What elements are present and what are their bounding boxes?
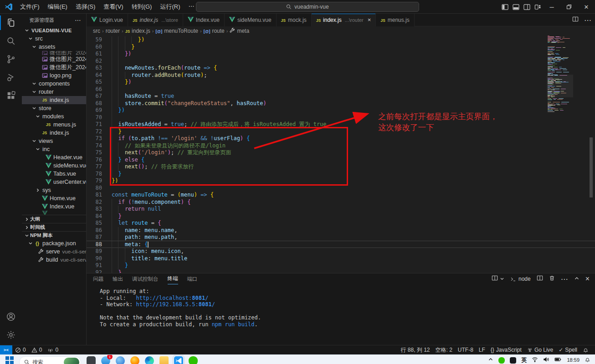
tab-Index.vue[interactable]: Index.vue: [183, 14, 225, 26]
terminal-link[interactable]: npm run build: [212, 321, 255, 328]
go-live[interactable]: Go Live: [524, 345, 556, 355]
tree-item-6[interactable]: logo.png: [22, 71, 86, 80]
tab-close-icon[interactable]: ×: [368, 16, 371, 23]
tab-menus.js[interactable]: JSmenus.js: [376, 14, 414, 26]
extensions-icon[interactable]: [0, 86, 22, 105]
breadcrumb-index.js[interactable]: JSindex.js: [125, 28, 150, 34]
tree-item-17[interactable]: sideMenu.vue: [22, 162, 86, 170]
taskbar-bell-icon[interactable]: [585, 357, 590, 364]
minimap[interactable]: [547, 35, 573, 116]
file-explorer-taskbar-icon[interactable]: [159, 356, 169, 364]
tree-item-21[interactable]: Home.vue: [22, 194, 86, 202]
error-status[interactable]: 0: [12, 345, 29, 355]
minimap-slider[interactable]: [547, 75, 573, 97]
tree-item-13[interactable]: JSindex.js: [22, 129, 86, 137]
tree-item-20[interactable]: sys: [22, 186, 86, 194]
menu-0[interactable]: 文件(F): [16, 1, 43, 12]
terminal-link[interactable]: http://localhost:: [136, 295, 192, 301]
command-center-search[interactable]: vueadmin-vue: [196, 2, 419, 12]
tree-item-3[interactable]: 微信图片_2024012...: [22, 51, 86, 55]
trash-icon[interactable]: [549, 275, 555, 283]
tree-item-9[interactable]: JSindex.js: [22, 96, 86, 104]
tree-item-7[interactable]: components: [22, 80, 86, 88]
wechat-taskbar-icon[interactable]: [189, 356, 198, 364]
terminal-link[interactable]: /: [205, 295, 208, 301]
more-actions-icon[interactable]: ⋯: [584, 16, 591, 25]
spell[interactable]: ✓Spell: [556, 345, 580, 355]
panel-tab-问题[interactable]: 问题: [93, 273, 103, 284]
tab-index.js[interactable]: JSindex.js...\store: [128, 14, 183, 26]
terminal-link[interactable]: 8081: [192, 295, 205, 301]
panel-tab-调试控制台[interactable]: 调试控制台: [132, 273, 159, 284]
language-mode[interactable]: {}JavaScript: [488, 345, 524, 355]
editor-scrollbar[interactable]: [590, 137, 593, 197]
app-drop-taskbar-icon[interactable]: 1: [101, 356, 110, 364]
tree-item-19[interactable]: userCenter.vue: [22, 178, 86, 186]
tree-item-18[interactable]: Tabs.vue: [22, 170, 86, 178]
vscode-taskbar-icon[interactable]: [174, 356, 183, 364]
terminal-instance[interactable]: node: [510, 276, 531, 282]
notifications[interactable]: [580, 345, 591, 355]
app-blue-taskbar-icon[interactable]: [116, 356, 125, 364]
ime-indicator[interactable]: 英: [521, 356, 527, 364]
tree-item-23[interactable]: [22, 211, 86, 215]
menu-2[interactable]: 选择(S): [72, 1, 99, 12]
sidebar-section-26[interactable]: NPM 脚本: [22, 231, 86, 239]
customize-layout-icon[interactable]: [532, 0, 543, 14]
indentation[interactable]: 空格: 2: [432, 345, 455, 355]
tree-item-2[interactable]: assets: [22, 43, 86, 51]
tab-index.js[interactable]: JSindex.js...\router×: [312, 14, 376, 26]
panel-tab-终端[interactable]: 终端: [168, 273, 178, 284]
tree-item-27[interactable]: {}package.json: [22, 239, 86, 248]
tree-item-15[interactable]: inc: [22, 145, 86, 153]
tray-chevron-icon[interactable]: [488, 357, 493, 364]
tree-item-5[interactable]: 微信图片_202401282...: [22, 63, 86, 71]
terminal-link[interactable]: /: [212, 301, 215, 308]
cursor-position[interactable]: 行 88, 列 12: [398, 345, 432, 355]
tree-item-14[interactable]: views: [22, 137, 86, 145]
tree-item-8[interactable]: router: [22, 88, 86, 96]
encoding[interactable]: UTF-8: [455, 345, 476, 355]
menu-1[interactable]: 编辑(E): [44, 1, 71, 12]
tree-item-22[interactable]: Index.vue: [22, 202, 86, 211]
toggle-panel-icon[interactable]: [510, 0, 521, 14]
sidebar-section-25[interactable]: 时间线: [22, 223, 86, 231]
menu-3[interactable]: 查看(V): [100, 1, 127, 12]
warning-status[interactable]: 0: [29, 345, 45, 355]
eol[interactable]: LF: [476, 345, 488, 355]
search-icon[interactable]: [0, 32, 22, 50]
terminal-link[interactable]: http://192.168.5.5:: [136, 301, 198, 308]
firefox-taskbar-icon[interactable]: [130, 356, 139, 364]
breadcrumb-route[interactable]: [@]route: [204, 28, 225, 34]
tree-item-11[interactable]: modules: [22, 112, 86, 121]
tray-wechat-icon[interactable]: [498, 357, 505, 364]
edge-taskbar-icon[interactable]: [145, 356, 154, 364]
split-panel-icon[interactable]: [537, 275, 543, 283]
tree-item-16[interactable]: Header.vue: [22, 153, 86, 162]
breadcrumb-meta[interactable]: meta: [230, 28, 249, 35]
tree-item-10[interactable]: store: [22, 104, 86, 112]
tree-item-29[interactable]: buildvue-cli-servi...: [22, 256, 86, 264]
terminal-link[interactable]: 8081: [199, 301, 212, 308]
breadcrumb-menuToRoute[interactable]: [@]menuToRoute: [155, 28, 198, 34]
tree-item-1[interactable]: src: [22, 35, 86, 43]
code-editor[interactable]: 59})60}61})6263newRoutes.forEach(route =…: [87, 35, 595, 273]
restore-button[interactable]: [560, 0, 578, 14]
account-icon[interactable]: [0, 308, 22, 326]
split-editor-icon[interactable]: [572, 16, 579, 24]
split-terminal-dropdown-icon[interactable]: [492, 275, 504, 283]
clock[interactable]: 18:59: [567, 358, 580, 363]
panel-more-icon[interactable]: ⋯: [561, 275, 568, 283]
source-control-icon[interactable]: [0, 50, 22, 68]
breadcrumb-src[interactable]: src: [93, 28, 100, 34]
sidebar-more-icon[interactable]: ⋯: [75, 16, 82, 24]
panel-maximize-icon[interactable]: [574, 275, 580, 283]
tree-item-28[interactable]: servevue-cli-servi...: [22, 248, 86, 256]
battery-icon[interactable]: [554, 357, 562, 364]
tree-item-12[interactable]: JSmenus.js: [22, 121, 86, 129]
sidebar-section-24[interactable]: 大纲: [22, 215, 86, 223]
ports-status[interactable]: 0: [45, 345, 61, 355]
menu-5[interactable]: 运行(R): [156, 1, 184, 12]
start-button[interactable]: [5, 356, 14, 364]
breadcrumb-router[interactable]: router: [106, 28, 120, 34]
